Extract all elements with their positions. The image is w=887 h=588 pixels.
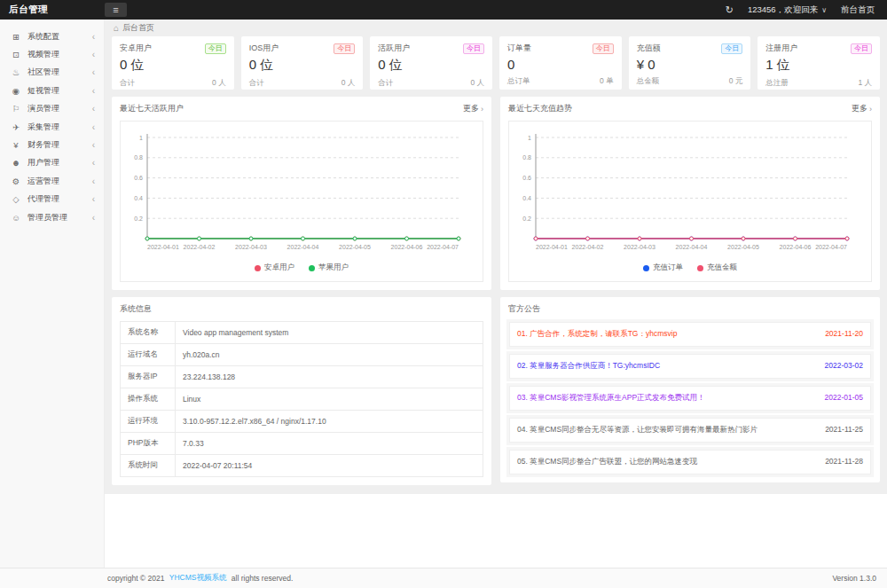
panel-title: 系统信息: [120, 303, 152, 315]
svg-text:2022-04-03: 2022-04-03: [624, 244, 655, 250]
announcement-date: 2021-11-28: [825, 457, 863, 467]
announcement-item[interactable]: 01. 广告合作，系统定制，请联系TG：yhcmsvip 2021-11-20: [509, 322, 871, 347]
fire-icon: ♨: [10, 67, 22, 77]
main-content: ⌂ 后台首页 安卓用户 今日 0 位 合计 0 人 IOS用户 今日 0 位 合…: [105, 20, 887, 494]
sidebar-item-11[interactable]: ☺管理员管理‹: [0, 208, 104, 226]
chevron-left-icon: ‹: [92, 122, 95, 132]
announcements-panel: 官方公告 01. 广告合作，系统定制，请联系TG：yhcmsvip 2021-1…: [500, 297, 880, 482]
svg-text:2022-04-04: 2022-04-04: [676, 244, 708, 250]
chevron-left-icon: ‹: [92, 50, 95, 59]
footer-brand-link[interactable]: YHCMS视频系统: [169, 573, 227, 582]
app-title: 后台管理: [0, 4, 105, 16]
sidebar-item-6[interactable]: ✈采集管理‹: [0, 118, 104, 136]
sidebar-item-10[interactable]: ◇代理管理‹: [0, 191, 104, 208]
svg-text:2022-04-02: 2022-04-02: [572, 244, 604, 250]
user-menu[interactable]: 123456，欢迎回来 ∨: [748, 4, 827, 16]
svg-text:2022-04-01: 2022-04-01: [147, 244, 179, 250]
legend-dot: [643, 265, 649, 271]
diamond-icon: ◇: [10, 194, 22, 204]
svg-text:2022-04-05: 2022-04-05: [339, 244, 371, 250]
svg-text:0.4: 0.4: [522, 195, 531, 201]
sidebar-item-9[interactable]: ⚙运营管理‹: [0, 172, 104, 190]
today-badge: 今日: [721, 43, 742, 54]
chevron-down-icon: ∨: [821, 6, 827, 14]
svg-text:2022-04-04: 2022-04-04: [287, 244, 319, 250]
stat-card-footer-label: 合计: [120, 78, 135, 89]
info-label: 运行环境: [121, 411, 176, 433]
stat-card-footer-value: 1 人: [858, 78, 872, 89]
announcement-text: 01. 广告合作，系统定制，请联系TG：yhcmsvip: [517, 329, 677, 340]
admin-icon: ☺: [10, 213, 22, 223]
frontend-home-link[interactable]: 前台首页: [841, 4, 875, 16]
stat-card: 充值额 今日 ¥ 0 总金额 0 元: [629, 36, 751, 90]
hamburger-icon: ≡: [113, 4, 118, 15]
announcement-item[interactable]: 02. 英皇服务器合作供应商！TG:yhcmsIDC 2022-03-02: [509, 354, 871, 379]
system-info-panel: 系统信息 系统名称 Video app management system运行域…: [112, 297, 491, 485]
footer: copyright © 2021 YHCMS视频系统 all rights re…: [0, 568, 887, 588]
announcement-item[interactable]: 05. 英皇CMS同步整合广告联盟，让您的网站急速变现 2021-11-28: [509, 450, 871, 474]
stat-card-title: 充值额: [637, 43, 661, 54]
svg-text:0.6: 0.6: [134, 175, 143, 181]
yen-icon: ¥: [10, 140, 22, 150]
svg-text:0.2: 0.2: [522, 216, 531, 222]
chevron-left-icon: ‹: [92, 176, 95, 186]
legend-item[interactable]: 充值订单: [643, 263, 683, 273]
breadcrumb-home-link[interactable]: 后台首页: [122, 22, 154, 34]
stat-card-footer-label: 总注册: [765, 78, 789, 89]
stat-card-footer-value: 0 元: [729, 76, 743, 87]
stat-card-footer-label: 总订单: [507, 76, 530, 87]
sidebar-item-5[interactable]: ⚐演员管理‹: [0, 100, 104, 118]
more-link[interactable]: 更多 ›: [852, 103, 872, 114]
stat-card-value: 0: [507, 57, 614, 72]
stat-card-title: IOS用户: [249, 43, 279, 54]
stat-card-footer-value: 0 单: [600, 76, 614, 87]
flag-icon: ⚐: [10, 104, 22, 114]
stat-card-footer-value: 0 人: [470, 78, 484, 89]
welcome-text: 123456，欢迎回来: [748, 4, 818, 16]
sidebar-item-7[interactable]: ¥财务管理‹: [0, 136, 104, 153]
copyright-suffix: all rights reserved.: [232, 574, 293, 583]
sidebar-item-1[interactable]: ⊞系统配置‹: [0, 27, 104, 45]
sidebar-item-2[interactable]: ⊡视频管理‹: [0, 45, 104, 63]
svg-text:2022-04-06: 2022-04-06: [391, 244, 423, 250]
more-link[interactable]: 更多 ›: [463, 103, 483, 114]
legend-item[interactable]: 苹果用户: [309, 263, 349, 273]
system-info-row: 操作系统 Linux: [121, 388, 483, 411]
top-bar: 后台管理 ≡ ↻ 123456，欢迎回来 ∨ 前台首页: [0, 0, 887, 20]
info-value: 2022-04-07 20:11:54: [176, 455, 483, 477]
announcement-date: 2021-11-25: [825, 425, 863, 435]
sidebar-toggle-button[interactable]: ≡: [105, 3, 127, 17]
stat-card: IOS用户 今日 0 位 合计 0 人: [241, 36, 364, 90]
stat-card-title: 活跃用户: [378, 43, 410, 54]
svg-text:1: 1: [528, 135, 531, 141]
legend-item[interactable]: 安卓用户: [255, 263, 294, 273]
sidebar-item-4[interactable]: ◉短视管理‹: [0, 82, 104, 99]
stat-card: 安卓用户 今日 0 位 合计 0 人: [112, 36, 234, 90]
info-label: 系统名称: [121, 322, 176, 344]
announcement-item[interactable]: 04. 英皇CMS同步整合无尽等资源，让您安装即可拥有海量最新热门影片 2021…: [509, 418, 871, 443]
chevron-left-icon: ‹: [92, 32, 95, 42]
version-label: Version 1.3.0: [832, 574, 876, 583]
legend-dot: [309, 265, 315, 271]
stat-card: 活跃用户 今日 0 位 合计 0 人: [370, 36, 492, 90]
info-label: 系统时间: [121, 455, 176, 477]
system-info-row: 运行域名 yh.020a.cn: [121, 344, 483, 366]
sidebar-item-8[interactable]: ☻用户管理‹: [0, 154, 104, 172]
send-icon: ✈: [10, 122, 22, 132]
sidebar: ⊞系统配置‹⊡视频管理‹♨社区管理‹◉短视管理‹⚐演员管理‹✈采集管理‹¥财务管…: [0, 20, 105, 568]
grid-icon: ⊞: [10, 32, 22, 42]
legend-item[interactable]: 充值金额: [697, 263, 737, 273]
info-value: 7.0.33: [176, 433, 483, 455]
stat-card-value: 0 位: [249, 57, 356, 74]
stat-card-title: 订单量: [507, 43, 531, 54]
svg-text:2022-04-05: 2022-04-05: [727, 244, 759, 250]
system-info-row: 系统时间 2022-04-07 20:11:54: [121, 455, 483, 477]
info-value: Video app management system: [176, 322, 483, 344]
video-icon: ⊡: [10, 50, 22, 59]
stat-card-footer-value: 0 人: [341, 78, 356, 89]
sidebar-item-3[interactable]: ♨社区管理‹: [0, 64, 104, 82]
refresh-icon[interactable]: ↻: [726, 4, 734, 16]
chevron-left-icon: ‹: [92, 213, 95, 223]
svg-text:2022-04-06: 2022-04-06: [780, 244, 812, 250]
announcement-item[interactable]: 03. 英皇CMS影视管理系统原生APP正式发布免费试用！ 2022-01-05: [509, 386, 871, 411]
